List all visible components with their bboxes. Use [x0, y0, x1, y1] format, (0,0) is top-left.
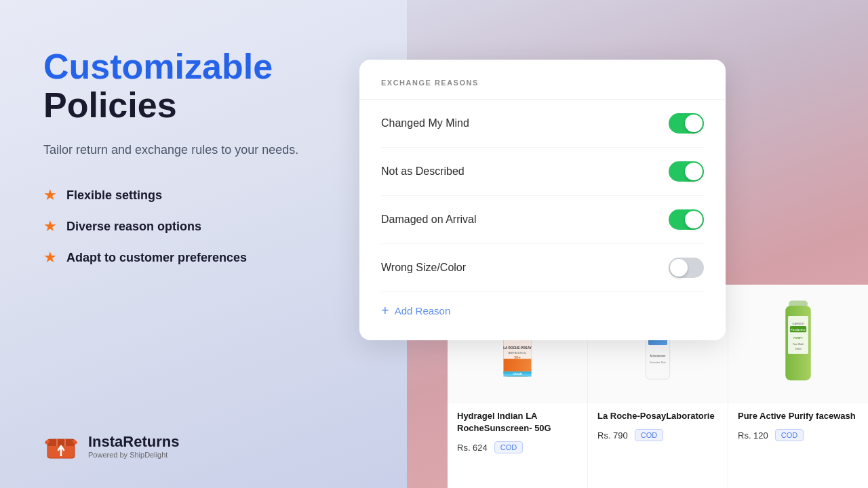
- product-name-1: Hydragel Indian LA RocheSunscreen- 50G: [457, 410, 578, 434]
- product-name-2: La Roche-PosayLaboratorie: [597, 410, 718, 422]
- product-info-1: Hydragel Indian LA RocheSunscreen- 50G R…: [448, 403, 587, 488]
- feature-text-2: Diverse reason options: [66, 220, 201, 234]
- svg-text:LA ROCHE-POSAY: LA ROCHE-POSAY: [503, 346, 532, 349]
- svg-text:PURIFY: PURIFY: [793, 336, 803, 339]
- feature-text-3: Adapt to customer preferences: [66, 251, 247, 265]
- features-list: ★ Flexible settings ★ Diverse reason opt…: [43, 186, 355, 266]
- main-title: Customizable Policies: [43, 47, 355, 125]
- logo-powered-by: Powered by ShipDelight: [88, 451, 179, 459]
- plus-icon: +: [381, 303, 389, 319]
- feature-text-1: Flexible settings: [66, 188, 162, 203]
- logo-text-area: InstaReturns Powered by ShipDelight: [88, 433, 179, 459]
- product-image-area-3: GARNIER PureActive PURIFY Face Wash 100m…: [728, 285, 868, 403]
- toggle-damaged-on-arrival[interactable]: [669, 209, 704, 230]
- feature-item-3: ★ Adapt to customer preferences: [43, 249, 355, 266]
- toggle-wrong-size-color[interactable]: [669, 258, 704, 278]
- svg-text:Moisturizer: Moisturizer: [650, 354, 666, 357]
- svg-rect-1: [47, 439, 75, 446]
- left-panel: Customizable Policies Tailor return and …: [43, 47, 355, 293]
- reason-row-2: Not as Described: [381, 148, 704, 196]
- product-cod-badge-3[interactable]: COD: [775, 429, 804, 441]
- toggle-thumb-3: [685, 211, 703, 228]
- svg-text:100ml: 100ml: [795, 348, 802, 350]
- reason-label-4: Wrong Size/Color: [381, 262, 466, 274]
- star-icon-1: ★: [43, 186, 57, 204]
- product-price-row-1: Rs. 624 COD: [457, 441, 578, 453]
- product-card-3: GARNIER PureActive PURIFY Face Wash 100m…: [728, 285, 868, 488]
- toggle-thumb-1: [685, 115, 703, 132]
- svg-text:Face Wash: Face Wash: [793, 342, 804, 345]
- star-icon-2: ★: [43, 218, 57, 235]
- product-price-row-3: Rs. 120 COD: [738, 429, 859, 441]
- svg-text:50+: 50+: [514, 354, 521, 359]
- product-info-2: La Roche-PosayLaboratorie Rs. 790 COD: [588, 403, 728, 488]
- logo-name: InstaReturns: [88, 433, 179, 451]
- product-cod-badge-1[interactable]: COD: [494, 441, 523, 453]
- card-section-title: EXCHANGE REASONS: [381, 79, 704, 87]
- title-line1: Customizable: [43, 47, 273, 86]
- product-price-row-2: Rs. 790 COD: [597, 429, 718, 441]
- product-cod-badge-2[interactable]: COD: [635, 429, 663, 441]
- add-reason-button[interactable]: + Add Reason: [381, 292, 704, 319]
- toggle-changed-mind[interactable]: [669, 113, 704, 134]
- toggle-thumb-2: [685, 163, 703, 180]
- toggle-thumb-4: [670, 259, 688, 277]
- product-price-3: Rs. 120: [738, 430, 768, 441]
- product-image-3: GARNIER PureActive PURIFY Face Wash 100m…: [774, 297, 822, 392]
- product-name-3: Pure Active Purify facewash: [738, 410, 859, 422]
- svg-text:ANTHELIOS XL: ANTHELIOS XL: [509, 352, 527, 354]
- feature-item-1: ★ Flexible settings: [43, 186, 355, 204]
- reason-row-3: Damaged on Arrival: [381, 196, 704, 244]
- exchange-reasons-card: EXCHANGE REASONS Changed My Mind Not as …: [359, 60, 726, 340]
- reason-row-4: Wrong Size/Color: [381, 244, 704, 292]
- toggle-not-as-described[interactable]: [669, 161, 704, 182]
- feature-item-2: ★ Diverse reason options: [43, 218, 355, 235]
- product-price-2: Rs. 790: [597, 430, 628, 441]
- reason-label-1: Changed My Mind: [381, 117, 469, 129]
- add-reason-label: Add Reason: [395, 305, 451, 317]
- title-line2: Policies: [43, 85, 177, 125]
- svg-text:CREAM: CREAM: [513, 372, 522, 375]
- product-price-1: Rs. 624: [457, 443, 488, 453]
- svg-text:GARNIER: GARNIER: [793, 323, 804, 325]
- logo-area: InstaReturns Powered by ShipDelight: [43, 428, 179, 464]
- star-icon-3: ★: [43, 249, 57, 266]
- svg-text:PureActive: PureActive: [791, 328, 806, 331]
- reason-row-1: Changed My Mind: [381, 100, 704, 148]
- product-info-3: Pure Active Purify facewash Rs. 120 COD: [728, 403, 868, 488]
- reason-label-3: Damaged on Arrival: [381, 214, 477, 226]
- reason-label-2: Not as Described: [381, 165, 465, 178]
- svg-text:Sensitive Skin: Sensitive Skin: [650, 361, 665, 364]
- logo-icon: [43, 428, 79, 464]
- subtitle: Tailor return and exchange rules to your…: [43, 141, 355, 159]
